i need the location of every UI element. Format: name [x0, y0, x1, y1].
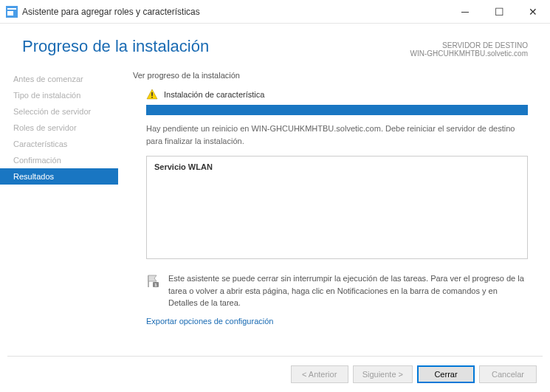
- destination-value: WIN-GHCUHKMHTBU.solvetic.com: [410, 49, 528, 58]
- header: Progreso de la instalación SERVIDOR DE D…: [0, 24, 550, 65]
- result-box: Servicio WLAN: [146, 156, 528, 259]
- info-text: Este asistente se puede cerrar sin inter…: [168, 272, 528, 309]
- status-text: Hay pendiente un reinicio en WIN-GHCUHKM…: [146, 123, 528, 147]
- window-controls: ─ ☐ ✕: [448, 0, 550, 24]
- progress-bar: [146, 105, 528, 115]
- warning-icon: [146, 89, 158, 100]
- cancel-button: Cancelar: [479, 365, 537, 383]
- close-window-button[interactable]: ✕: [516, 0, 550, 24]
- minimize-button[interactable]: ─: [448, 0, 482, 24]
- sidebar-item-server-selection: Selección de servidor: [0, 103, 118, 120]
- maximize-button[interactable]: ☐: [482, 0, 516, 24]
- previous-button: < Anterior: [291, 365, 348, 383]
- close-button[interactable]: Cerrar: [417, 365, 475, 383]
- sidebar-item-features: Características: [0, 136, 118, 152]
- feature-row: Instalación de característica: [146, 89, 528, 100]
- flag-icon: 1: [146, 274, 161, 289]
- divider: [7, 356, 543, 357]
- destination-info: SERVIDOR DE DESTINO WIN-GHCUHKMHTBU.solv…: [410, 41, 528, 58]
- sidebar-item-results[interactable]: Resultados: [0, 168, 118, 185]
- destination-label: SERVIDOR DE DESTINO: [410, 41, 528, 49]
- sidebar-item-before-begin: Antes de comenzar: [0, 71, 118, 87]
- sidebar-item-server-roles: Roles de servidor: [0, 120, 118, 136]
- page-title: Progreso de la instalación: [22, 37, 209, 56]
- next-button: Siguiente >: [353, 365, 413, 383]
- content: Ver progreso de la instalación Instalaci…: [118, 65, 550, 327]
- app-icon: [6, 6, 18, 18]
- export-link[interactable]: Exportar opciones de configuración: [146, 317, 273, 326]
- svg-rect-1: [151, 97, 153, 98]
- title-bar: Asistente para agregar roles y caracterí…: [0, 0, 550, 24]
- info-row: 1 Este asistente se puede cerrar sin int…: [146, 272, 528, 309]
- sidebar-item-install-type: Tipo de instalación: [0, 87, 118, 103]
- footer: < Anterior Siguiente > Cerrar Cancelar: [291, 365, 537, 383]
- sidebar: Antes de comenzar Tipo de instalación Se…: [0, 65, 118, 327]
- svg-rect-0: [151, 92, 153, 96]
- result-item: Servicio WLAN: [154, 162, 520, 171]
- window-title: Asistente para agregar roles y caracterí…: [22, 7, 448, 17]
- section-label: Ver progreso de la instalación: [133, 71, 528, 80]
- feature-label: Instalación de característica: [164, 90, 264, 99]
- main: Antes de comenzar Tipo de instalación Se…: [0, 65, 550, 327]
- sidebar-item-confirmation: Confirmación: [0, 152, 118, 168]
